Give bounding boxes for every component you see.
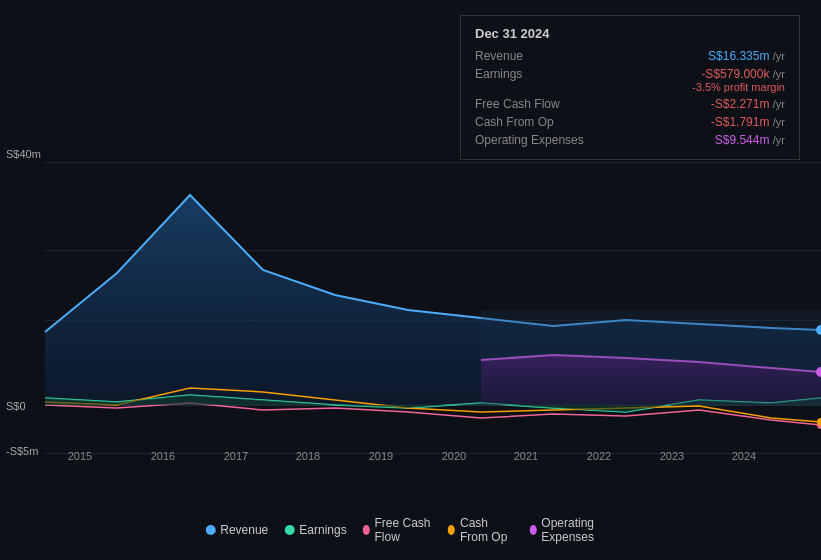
info-row-earnings: Earnings -S$579.000k /yr -3.5% profit ma… bbox=[475, 65, 785, 95]
info-value-opex: S$9.544m /yr bbox=[715, 133, 785, 147]
info-box: Dec 31 2024 Revenue S$16.335m /yr Earnin… bbox=[460, 15, 800, 160]
x-label-2022: 2022 bbox=[587, 450, 611, 462]
info-label-opex: Operating Expenses bbox=[475, 133, 605, 147]
info-value-revenue: S$16.335m /yr bbox=[708, 49, 785, 63]
x-label-2018: 2018 bbox=[296, 450, 320, 462]
x-label-2015: 2015 bbox=[68, 450, 92, 462]
opex-bg bbox=[481, 310, 821, 405]
x-label-2017: 2017 bbox=[224, 450, 248, 462]
info-label-revenue: Revenue bbox=[475, 49, 605, 63]
legend-cashfromop: Cash From Op bbox=[448, 516, 513, 544]
x-label-2021: 2021 bbox=[514, 450, 538, 462]
x-label-2020: 2020 bbox=[442, 450, 466, 462]
legend-label-fcf: Free Cash Flow bbox=[374, 516, 432, 544]
info-row-cashfromop: Cash From Op -S$1.791m /yr bbox=[475, 113, 785, 131]
x-label-2016: 2016 bbox=[151, 450, 175, 462]
info-label-earnings: Earnings bbox=[475, 67, 605, 81]
x-label-2023: 2023 bbox=[660, 450, 684, 462]
info-box-date: Dec 31 2024 bbox=[475, 26, 785, 41]
legend-earnings: Earnings bbox=[284, 523, 346, 537]
legend-dot-revenue bbox=[205, 525, 215, 535]
chart-svg: 2015 2016 2017 2018 2019 2020 2021 2022 … bbox=[0, 140, 821, 560]
legend-opex: Operating Expenses bbox=[529, 516, 615, 544]
x-label-2019: 2019 bbox=[369, 450, 393, 462]
legend-fcf: Free Cash Flow bbox=[363, 516, 433, 544]
legend-label-cashfromop: Cash From Op bbox=[460, 516, 514, 544]
legend-label-opex: Operating Expenses bbox=[541, 516, 615, 544]
info-label-cashfromop: Cash From Op bbox=[475, 115, 605, 129]
info-value-cashfromop: -S$1.791m /yr bbox=[711, 115, 785, 129]
legend-label-revenue: Revenue bbox=[220, 523, 268, 537]
chart-legend: Revenue Earnings Free Cash Flow Cash Fro… bbox=[205, 516, 616, 544]
legend-label-earnings: Earnings bbox=[299, 523, 346, 537]
legend-dot-opex bbox=[529, 525, 536, 535]
chart-container: Dec 31 2024 Revenue S$16.335m /yr Earnin… bbox=[0, 0, 821, 560]
info-row-opex: Operating Expenses S$9.544m /yr bbox=[475, 131, 785, 149]
info-value-margin: -3.5% profit margin bbox=[692, 81, 785, 93]
info-value-earnings: -S$579.000k /yr bbox=[692, 67, 785, 81]
legend-revenue: Revenue bbox=[205, 523, 268, 537]
info-label-fcf: Free Cash Flow bbox=[475, 97, 605, 111]
info-row-fcf: Free Cash Flow -S$2.271m /yr bbox=[475, 95, 785, 113]
x-label-2024: 2024 bbox=[732, 450, 756, 462]
legend-dot-fcf bbox=[363, 525, 370, 535]
info-row-revenue: Revenue S$16.335m /yr bbox=[475, 47, 785, 65]
info-value-fcf: -S$2.271m /yr bbox=[711, 97, 785, 111]
legend-dot-earnings bbox=[284, 525, 294, 535]
legend-dot-cashfromop bbox=[448, 525, 455, 535]
